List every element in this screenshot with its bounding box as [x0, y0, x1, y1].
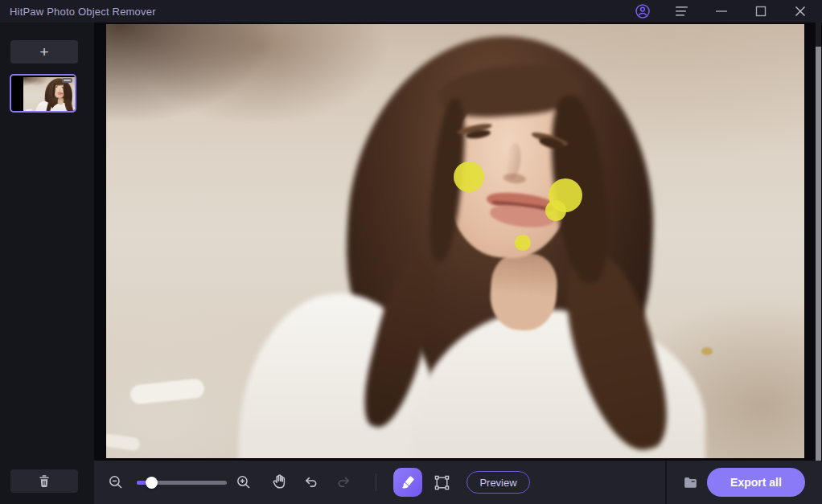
open-folder-button[interactable] — [681, 473, 699, 491]
folder-icon — [682, 474, 699, 491]
scrollbar-thumb[interactable] — [816, 47, 821, 461]
bottom-toolbar: Preview Export all — [94, 461, 822, 504]
app-window: HitPaw Photo Object Remover — [0, 0, 822, 504]
zoom-out-button[interactable] — [107, 473, 125, 491]
undo-icon — [303, 474, 319, 490]
undo-button[interactable] — [302, 473, 320, 491]
sidebar: + — [0, 23, 94, 504]
titlebar: HitPaw Photo Object Remover — [0, 0, 822, 23]
redo-button[interactable] — [335, 473, 352, 491]
thumbnail-badge — [62, 78, 72, 83]
export-all-button-label: Export all — [730, 476, 782, 489]
add-photo-button[interactable]: + — [10, 40, 78, 64]
preview-button[interactable]: Preview — [466, 471, 530, 494]
minimize-icon — [715, 5, 728, 18]
marquee-icon — [434, 474, 450, 491]
hand-tool-button[interactable] — [270, 473, 288, 490]
zoom-out-icon — [108, 474, 124, 490]
brush-tool-button[interactable] — [393, 468, 422, 497]
zoom-in-icon — [236, 474, 252, 490]
toolbar-export-divider — [665, 461, 667, 504]
brush-icon — [400, 474, 416, 490]
marquee-tool-button[interactable] — [433, 473, 450, 491]
brush-marks-layer — [106, 24, 804, 458]
trash-icon — [38, 474, 51, 488]
menu-button[interactable] — [673, 2, 691, 20]
close-button[interactable] — [791, 2, 809, 20]
export-all-button[interactable]: Export all — [707, 468, 805, 497]
app-title: HitPaw Photo Object Remover — [10, 6, 156, 18]
maximize-icon — [755, 6, 767, 17]
delete-photo-button[interactable] — [10, 469, 78, 493]
editor-canvas — [94, 23, 822, 461]
menu-icon — [675, 6, 689, 17]
zoom-in-button[interactable] — [235, 473, 253, 491]
maximize-button[interactable] — [752, 2, 770, 20]
account-button[interactable] — [634, 2, 651, 20]
account-icon — [635, 3, 651, 19]
preview-button-label: Preview — [479, 477, 516, 489]
hand-icon — [271, 473, 288, 490]
zoom-slider-thumb[interactable] — [146, 477, 158, 489]
close-icon — [795, 6, 806, 17]
toolbar-divider — [376, 473, 376, 491]
zoom-slider[interactable] — [137, 479, 227, 486]
redo-icon — [335, 474, 351, 490]
vertical-scrollbar[interactable] — [816, 23, 821, 461]
minimize-button[interactable] — [713, 2, 730, 20]
photo-thumbnail-selected[interactable] — [10, 74, 76, 113]
photo[interactable] — [106, 24, 804, 458]
